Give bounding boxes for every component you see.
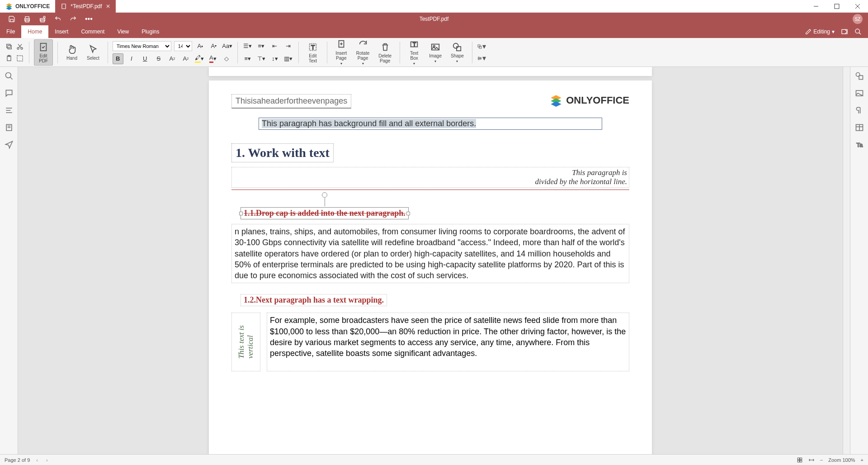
svg-point-42 — [5, 73, 11, 78]
increase-font-icon[interactable]: A▴ — [195, 41, 206, 52]
body-paragraph-1[interactable]: n planes, trains, ships, and automobiles… — [231, 224, 629, 283]
editing-mode-button[interactable]: Editing ▾ — [805, 28, 835, 35]
maximize-button[interactable] — [826, 0, 847, 13]
align-button[interactable]: ≡▾ — [242, 53, 253, 64]
heading-2a: 1.1.Drop cap is added into the next para… — [244, 209, 406, 218]
page-indicator[interactable]: Page 2 of 9 — [5, 457, 30, 463]
document-title: TestPDF.pdf — [420, 16, 449, 22]
editing-label: Editing — [813, 28, 830, 35]
edit-text-button[interactable]: T Edit Text — [303, 40, 322, 65]
columns-button[interactable]: ▥▾ — [283, 53, 294, 64]
image-button[interactable]: Image▾ — [425, 40, 445, 65]
menu-view[interactable]: View — [111, 25, 135, 38]
app-logo: ONLYOFFICE — [0, 3, 55, 10]
delete-page-button[interactable]: Delete Page — [375, 40, 395, 65]
subscript-button[interactable]: A2 — [180, 53, 191, 64]
selected-text-box[interactable]: 1.1.Drop cap is added into the next para… — [241, 207, 409, 219]
line-spacing-button[interactable]: ↕▾ — [269, 53, 280, 64]
document-canvas[interactable]: Thisisaheaderfortheevenpages ONLYOFFICE … — [18, 67, 843, 454]
paste-icon[interactable] — [5, 54, 14, 63]
rotate-page-button[interactable]: Rotate Page▾ — [353, 37, 373, 67]
table-settings-icon[interactable] — [855, 123, 864, 132]
vertical-text-box[interactable]: This text is vertical — [231, 313, 260, 371]
next-page-button[interactable]: › — [44, 457, 50, 463]
bordered-paragraph[interactable]: This paragraph has background fill and a… — [259, 118, 602, 130]
heading-2b[interactable]: 1.2.Next paragraph has a text wrapping. — [241, 294, 387, 306]
arrange-icon[interactable]: ▾ — [477, 42, 486, 51]
prev-page-button[interactable]: ‹ — [34, 457, 40, 463]
thumbnails-icon[interactable] — [5, 123, 14, 132]
numbering-button[interactable]: ≡▾ — [256, 41, 267, 52]
superscript-button[interactable]: A2 — [167, 53, 178, 64]
paragraph-settings-icon[interactable] — [855, 106, 864, 115]
font-size-select[interactable]: 14 — [174, 41, 192, 51]
menu-insert[interactable]: Insert — [48, 25, 75, 38]
save-icon[interactable] — [8, 15, 15, 23]
zoom-out-button[interactable]: − — [820, 457, 823, 463]
svg-rect-36 — [457, 47, 461, 51]
hand-tool-button[interactable]: Hand — [62, 42, 81, 62]
menu-comment[interactable]: Comment — [75, 25, 111, 38]
svg-point-14 — [855, 29, 859, 33]
underline-button[interactable]: U — [140, 53, 151, 64]
select-all-icon[interactable] — [15, 54, 24, 63]
image-settings-icon[interactable] — [855, 89, 864, 98]
align-objects-icon[interactable]: ▾ — [477, 54, 486, 63]
minimize-button[interactable] — [806, 0, 826, 13]
text-box-button[interactable]: T Text Box▾ — [405, 37, 424, 67]
shape-settings-icon[interactable] — [855, 71, 864, 81]
shape-button[interactable]: Shape▾ — [447, 40, 467, 65]
vertical-align-button[interactable]: ⊤▾ — [256, 53, 267, 64]
quick-print-icon[interactable] — [39, 15, 46, 23]
clear-format-icon[interactable]: ◇ — [221, 53, 232, 64]
print-icon[interactable] — [24, 15, 31, 23]
menu-home[interactable]: Home — [21, 25, 48, 38]
undo-icon[interactable] — [54, 15, 61, 23]
decrease-indent-button[interactable]: ⇤ — [269, 41, 280, 52]
hr-caption[interactable]: This paragraph is divided by the horizon… — [231, 167, 629, 188]
highlight-button[interactable]: 🖍▾ — [194, 53, 205, 64]
edit-text-icon: T — [308, 42, 318, 52]
cut-icon[interactable] — [15, 42, 24, 51]
heading-1[interactable]: 1. Work with text — [231, 143, 334, 162]
italic-button[interactable]: I — [126, 53, 137, 64]
rotate-icon — [358, 39, 368, 49]
close-button[interactable] — [847, 0, 868, 13]
page-header[interactable]: Thisisaheaderfortheevenpages — [231, 94, 351, 109]
menu-plugins[interactable]: Plugins — [135, 25, 165, 38]
insert-page-label: Insert Page — [335, 51, 347, 61]
document-tab[interactable]: *TestPDF.pdf ✕ — [55, 0, 115, 13]
edit-pdf-button[interactable]: Edit PDF — [34, 39, 53, 66]
close-tab-icon[interactable]: ✕ — [106, 3, 110, 9]
redo-icon[interactable] — [70, 15, 77, 23]
rotate-handle[interactable] — [322, 192, 327, 198]
more-icon[interactable]: ••• — [85, 15, 93, 23]
decrease-font-icon[interactable]: A▾ — [208, 41, 219, 52]
strikethrough-button[interactable]: S — [153, 53, 164, 64]
open-location-icon[interactable] — [841, 28, 848, 35]
menu-file[interactable]: File — [0, 25, 21, 38]
headings-icon[interactable] — [5, 106, 14, 115]
feedback-icon[interactable] — [5, 140, 14, 149]
increase-indent-button[interactable]: ⇥ — [283, 41, 294, 52]
search-icon[interactable] — [854, 28, 862, 35]
bold-button[interactable]: B — [113, 53, 123, 64]
find-icon[interactable] — [5, 71, 14, 81]
fit-width-icon[interactable] — [808, 457, 815, 463]
change-case-icon[interactable]: Aa▾ — [222, 41, 233, 52]
textart-settings-icon[interactable]: Ta — [855, 140, 864, 149]
vertical-scrollbar[interactable] — [843, 67, 850, 454]
font-color-button[interactable]: A▾ — [208, 53, 218, 64]
insert-page-button[interactable]: Insert Page▾ — [332, 37, 351, 67]
svg-rect-5 — [835, 4, 839, 9]
select-tool-button[interactable]: Select — [83, 42, 103, 62]
fit-page-icon[interactable] — [797, 457, 803, 463]
zoom-in-button[interactable]: + — [861, 457, 863, 463]
font-name-select[interactable]: Times New Roman — [113, 41, 171, 51]
user-avatar[interactable]: SZ — [853, 14, 863, 24]
body-paragraph-2[interactable]: For example, some broadcasters have seen… — [267, 313, 629, 371]
zoom-level[interactable]: Zoom 100% — [828, 457, 855, 463]
comments-icon[interactable] — [5, 89, 14, 98]
copy-icon[interactable] — [5, 42, 14, 51]
bullets-button[interactable]: ☰▾ — [242, 41, 253, 52]
